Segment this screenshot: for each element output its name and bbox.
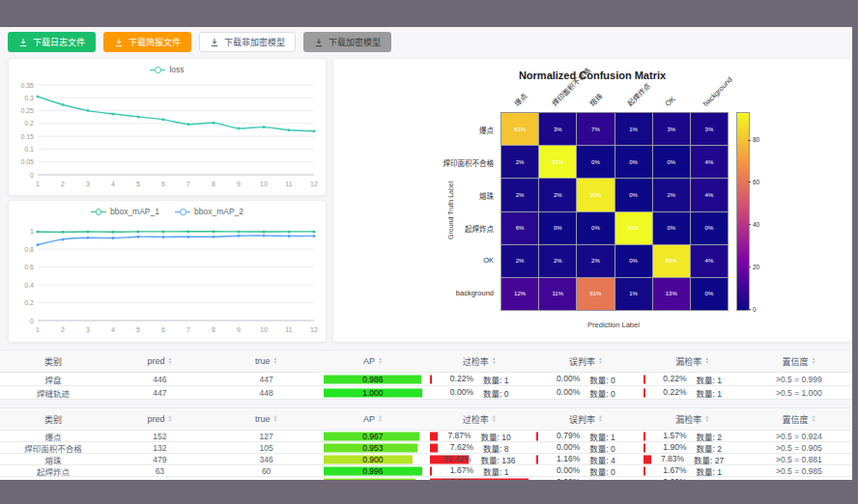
- download-icon: [314, 38, 324, 47]
- column-header-true[interactable]: true▲▼: [214, 350, 320, 372]
- column-header-true[interactable]: true▲▼: [214, 408, 320, 430]
- cell-ap: 0.986: [320, 373, 426, 385]
- cell-category: OK: [0, 477, 106, 480]
- column-header-label: 漏检率: [675, 355, 701, 368]
- cell-misjudge-rate: 0.00%数量: 0: [532, 373, 639, 385]
- matrix-cell: 4%: [691, 179, 728, 210]
- matrix-cell: 0%: [577, 146, 614, 178]
- legend-label: bbox_mAP_1: [110, 207, 159, 216]
- rate-bar: [536, 432, 538, 440]
- svg-text:4: 4: [111, 181, 115, 187]
- column-header-confidence[interactable]: 置信度▲▼: [746, 350, 852, 372]
- cell-overdetect-rate: 117.00%数量: 117: [426, 477, 532, 480]
- legend-item-loss[interactable]: loss: [150, 65, 184, 74]
- rate-value: 0.22%: [663, 387, 686, 399]
- cell-category: 爆点: [0, 431, 106, 441]
- rate-bar: [430, 443, 438, 452]
- matrix-column-label: 爆点: [511, 91, 529, 108]
- rate-count: 数量: 1: [483, 374, 508, 385]
- svg-text:1: 1: [36, 326, 40, 333]
- svg-text:6: 6: [161, 181, 165, 187]
- column-header-miss-rate[interactable]: 漏检率▲▼: [640, 408, 746, 430]
- cell-ap: 0.929: [320, 477, 426, 480]
- cell-pred: 479: [106, 454, 213, 464]
- rate-count: 数量: 4: [589, 454, 615, 465]
- cell-confidence: >0.5 = 0.999: [746, 373, 852, 385]
- download-report-file-button[interactable]: 下载简报文件: [103, 32, 191, 52]
- column-header-overdetect-rate[interactable]: 过检率▲▼: [426, 350, 532, 372]
- legend-marker-icon: [91, 209, 106, 215]
- legend-item-bbox_mAP_2[interactable]: bbox_mAP_2: [175, 207, 243, 216]
- rate-count: 数量: 0: [589, 387, 615, 399]
- column-header-ap[interactable]: AP▲▼: [320, 408, 426, 430]
- ap-value: 0.900: [362, 455, 383, 464]
- cell-misjudge-rate: 1.16%数量: 4: [532, 454, 639, 464]
- matrix-cell: 93%: [539, 146, 576, 178]
- column-header-label: 置信度: [782, 413, 808, 426]
- column-header-label: pred: [147, 414, 164, 424]
- sort-icon: ▲▼: [492, 415, 497, 422]
- cell-true: 448: [214, 386, 320, 399]
- column-header-ap[interactable]: AP▲▼: [320, 350, 426, 372]
- matrix-cell: 81%: [501, 113, 538, 145]
- matrix-cell: 0%: [691, 278, 728, 310]
- svg-text:8: 8: [212, 181, 215, 187]
- svg-text:5: 5: [136, 326, 140, 333]
- rate-count: 数量: 0: [589, 374, 615, 385]
- rate-count: 数量: 0: [483, 387, 508, 399]
- matrix-cell: 0%: [615, 245, 652, 277]
- metrics-table-2: 类别pred▲▼true▲▼AP▲▼过检率▲▼误判率▲▼漏检率▲▼置信度▲▼爆点…: [0, 407, 852, 480]
- colorbar-tick: [748, 140, 751, 141]
- rate-count: 数量: 0: [589, 465, 615, 477]
- cell-ap: 0.967: [320, 431, 426, 441]
- button-label: 下载加密模型: [329, 36, 381, 48]
- rate-count: 数量: 2: [696, 431, 721, 442]
- cell-misjudge-rate: 0.00%数量: 0: [532, 386, 639, 399]
- map-chart-legend: bbox_mAP_1bbox_mAP_2: [9, 206, 326, 217]
- cell-ap: 0.953: [320, 442, 426, 453]
- column-header-misjudge-rate[interactable]: 误判率▲▼: [532, 408, 639, 430]
- column-header-misjudge-rate[interactable]: 误判率▲▼: [532, 350, 639, 372]
- column-header-confidence[interactable]: 置信度▲▼: [746, 408, 852, 430]
- rate-value: 0.79%: [557, 431, 580, 442]
- legend-item-bbox_mAP_1[interactable]: bbox_mAP_1: [91, 207, 159, 216]
- svg-text:0.2: 0.2: [24, 120, 34, 126]
- column-header-miss-rate[interactable]: 漏检率▲▼: [640, 350, 746, 372]
- matrix-row-label: 起焊炸点: [333, 223, 494, 234]
- loss-chart-card: loss 00.050.10.150.20.250.30.35123456789…: [8, 58, 327, 196]
- sort-icon: ▲▼: [598, 415, 603, 422]
- table-row: 焊缝轨迹4474481.0000.00%数量: 00.00%数量: 00.22%…: [0, 386, 852, 400]
- rate-value: 1.16%: [557, 454, 580, 465]
- toolbar: 下载日志文件下载简报文件下载非加密模型下载加密模型: [8, 32, 391, 52]
- column-header-pred[interactable]: pred▲▼: [106, 408, 213, 430]
- svg-text:12: 12: [310, 181, 318, 187]
- download-unencrypted-model-button[interactable]: 下载非加密模型: [199, 32, 296, 52]
- column-header-label: 类别: [44, 413, 62, 426]
- rate-value: 1.57%: [663, 431, 686, 442]
- rate-value: 117.00%: [442, 477, 473, 481]
- download-log-file-button[interactable]: 下载日志文件: [8, 32, 96, 52]
- cell-misjudge-rate: 0.00%数量: 0: [532, 442, 639, 453]
- svg-text:10: 10: [260, 181, 268, 187]
- table-row: 爆点1521270.9677.87%数量: 100.79%数量: 11.57%数…: [0, 431, 852, 442]
- matrix-cell: 0%: [615, 179, 652, 210]
- cell-miss-rate: 0.22%数量: 1: [640, 373, 746, 385]
- rate-value: 39.42%: [443, 454, 472, 465]
- matrix-row-label: 熔珠: [333, 190, 494, 201]
- rate-count: 数量: 2: [696, 442, 721, 454]
- matrix-cell: 0%: [653, 146, 690, 178]
- matrix-cell: 2%: [501, 245, 538, 277]
- svg-text:2: 2: [61, 326, 65, 333]
- download-encrypted-model-button[interactable]: 下载加密模型: [303, 32, 391, 52]
- matrix-cell: 4%: [691, 245, 728, 277]
- cell-overdetect-rate: 0.00%数量: 0: [426, 386, 532, 399]
- matrix-cell: 1%: [615, 113, 652, 145]
- rate-count: 数量: 27: [694, 454, 724, 465]
- cell-ap: 0.900: [320, 454, 426, 464]
- cell-true: 447: [214, 373, 320, 385]
- column-header-pred[interactable]: pred▲▼: [106, 350, 213, 372]
- button-label: 下载日志文件: [33, 36, 85, 48]
- rate-count: 数量: 1: [696, 374, 721, 385]
- sort-icon: ▲▼: [167, 357, 172, 364]
- column-header-overdetect-rate[interactable]: 过检率▲▼: [426, 408, 532, 430]
